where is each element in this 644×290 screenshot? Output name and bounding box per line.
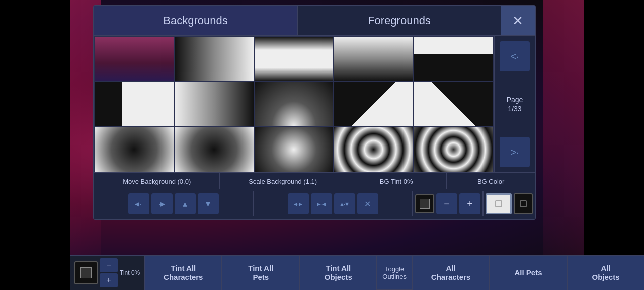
ctrl-divider-3 bbox=[482, 191, 484, 216]
bottom-tint-swatch-inner bbox=[80, 267, 92, 278]
toggle-outlines-label: ToggleOutlines bbox=[382, 265, 407, 280]
tint-minus-button[interactable]: − bbox=[436, 193, 457, 214]
grid-cell-8[interactable] bbox=[334, 82, 414, 127]
black-swatch-dot bbox=[520, 200, 527, 207]
prev-page-button[interactable]: <· bbox=[500, 41, 530, 71]
grid-cell-6[interactable] bbox=[174, 82, 254, 127]
scale-x-icon: ✕ bbox=[364, 199, 371, 209]
scale-controls: ◂·▸ ▸·◂ ▴·▾ ✕ bbox=[256, 193, 410, 214]
color-swatches bbox=[486, 193, 533, 214]
move-left-button[interactable]: ◂· bbox=[128, 193, 149, 214]
bg-color-black-swatch[interactable] bbox=[514, 193, 533, 214]
bottom-tint-minus-button[interactable]: − bbox=[100, 258, 118, 272]
scale-left-icon: ◂·▸ bbox=[294, 200, 303, 208]
bg-tint-label: BG Tint 0% bbox=[346, 173, 447, 189]
close-button[interactable]: ✕ bbox=[501, 6, 535, 35]
tab-bar: Backgrounds Foregrounds ✕ bbox=[94, 6, 535, 36]
controls-bar: Move Background (0,0) Scale Background (… bbox=[94, 172, 535, 219]
bottom-tint-plus-button[interactable]: + bbox=[100, 273, 118, 287]
tint-plus-icon: + bbox=[467, 198, 473, 210]
all-objects-label: AllObjects bbox=[592, 264, 620, 282]
page-label: Page bbox=[507, 95, 523, 104]
bottom-tint-swatch[interactable] bbox=[74, 261, 98, 284]
ctrl-divider-1 bbox=[253, 191, 254, 216]
move-down-button[interactable]: ▾ bbox=[198, 193, 219, 214]
scale-left-button[interactable]: ◂·▸ bbox=[288, 193, 309, 214]
tint-swatch[interactable] bbox=[415, 194, 434, 213]
grid-cell-5[interactable] bbox=[94, 82, 174, 127]
move-left-icon: ◂· bbox=[135, 198, 142, 209]
controls-labels: Move Background (0,0) Scale Background (… bbox=[94, 173, 535, 189]
toggle-outlines-button[interactable]: ToggleOutlines bbox=[377, 256, 412, 290]
tint-all-objects-button[interactable]: Tint AllObjects bbox=[300, 256, 377, 290]
nav-column: <· Page 1/33 >· bbox=[495, 36, 535, 172]
move-right-icon: ·▸ bbox=[158, 198, 165, 209]
move-controls: ◂· ·▸ ▴ ▾ bbox=[96, 193, 251, 214]
bottom-tint-label: Tint 0% bbox=[120, 269, 140, 276]
tint-all-objects-label: Tint AllObjects bbox=[325, 264, 352, 282]
grid-cell-0[interactable] bbox=[94, 36, 174, 82]
grid-cell-9[interactable] bbox=[414, 82, 494, 127]
ctrl-divider-2 bbox=[412, 191, 413, 216]
move-bg-label: Move Background (0,0) bbox=[94, 173, 220, 189]
page-current: 1/33 bbox=[507, 104, 523, 113]
scale-up-button[interactable]: ▴·▾ bbox=[334, 193, 355, 214]
tab-foregrounds[interactable]: Foregrounds bbox=[298, 6, 501, 35]
tint-controls: − + bbox=[415, 193, 480, 214]
scale-right-icon: ▸·◂ bbox=[317, 200, 326, 208]
move-right-button[interactable]: ·▸ bbox=[151, 193, 173, 214]
bg-color-white-swatch[interactable] bbox=[486, 193, 512, 214]
next-page-button[interactable]: >· bbox=[500, 137, 530, 167]
grid-cell-14[interactable] bbox=[414, 127, 494, 172]
all-characters-label: AllCharacters bbox=[431, 264, 470, 282]
grid-cell-4[interactable] bbox=[414, 36, 494, 82]
scale-x-button[interactable]: ✕ bbox=[357, 193, 378, 214]
all-pets-button[interactable]: All Pets bbox=[490, 256, 568, 290]
grid-cell-3[interactable] bbox=[334, 36, 414, 82]
tint-all-characters-label: Tint AllCharacters bbox=[164, 264, 203, 282]
next-page-icon: >· bbox=[510, 147, 519, 158]
tint-all-pets-label: Tint AllPets bbox=[248, 264, 273, 282]
prev-page-icon: <· bbox=[510, 51, 519, 62]
toggle-outlines-group: ToggleOutlines bbox=[377, 256, 413, 290]
all-characters-button[interactable]: AllCharacters bbox=[413, 256, 490, 290]
tint-all-characters-button[interactable]: Tint AllCharacters bbox=[145, 256, 222, 290]
all-objects-button[interactable]: AllObjects bbox=[568, 256, 644, 290]
grid-cell-12[interactable] bbox=[254, 127, 334, 172]
bottom-tint-group: − + Tint 0% bbox=[70, 256, 145, 290]
main-panel: Backgrounds Foregrounds ✕ bbox=[93, 5, 536, 220]
bottom-tint-minus-icon: − bbox=[106, 261, 111, 270]
tint-all-pets-button[interactable]: Tint AllPets bbox=[222, 256, 300, 290]
scale-up-icon: ▴·▾ bbox=[340, 200, 349, 208]
tint-plus-button[interactable]: + bbox=[459, 193, 480, 214]
grid-cell-10[interactable] bbox=[94, 127, 174, 172]
grid-cell-7[interactable] bbox=[254, 82, 334, 127]
bottom-tint-plus-icon: + bbox=[106, 276, 111, 285]
move-up-button[interactable]: ▴ bbox=[175, 193, 196, 214]
grid-cell-2[interactable] bbox=[254, 36, 334, 82]
page-info: Page 1/33 bbox=[507, 95, 523, 113]
move-down-icon: ▾ bbox=[206, 198, 210, 209]
tab-backgrounds[interactable]: Backgrounds bbox=[94, 6, 297, 35]
scale-right-button[interactable]: ▸·◂ bbox=[311, 193, 332, 214]
grid-cell-11[interactable] bbox=[174, 127, 254, 172]
all-pets-label: All Pets bbox=[515, 268, 542, 277]
grid-cell-1[interactable] bbox=[174, 36, 254, 82]
grid-and-nav: <· Page 1/33 >· bbox=[94, 36, 535, 172]
background-grid bbox=[94, 36, 495, 172]
bg-black-right bbox=[584, 0, 644, 290]
tint-minus-icon: − bbox=[444, 198, 450, 210]
move-up-icon: ▴ bbox=[183, 198, 187, 209]
bg-black-left bbox=[0, 0, 70, 290]
grid-cell-13[interactable] bbox=[334, 127, 414, 172]
white-swatch-dot bbox=[495, 200, 502, 207]
scale-bg-label: Scale Background (1,1) bbox=[220, 173, 346, 189]
tint-swatch-inner bbox=[420, 199, 430, 209]
bottom-bar: − + Tint 0% Tint AllCharacters Tint AllP… bbox=[70, 255, 644, 290]
controls-buttons: ◂· ·▸ ▴ ▾ ◂·▸ ▸·◂ bbox=[94, 189, 535, 219]
bg-color-label: BG Color bbox=[447, 173, 535, 189]
